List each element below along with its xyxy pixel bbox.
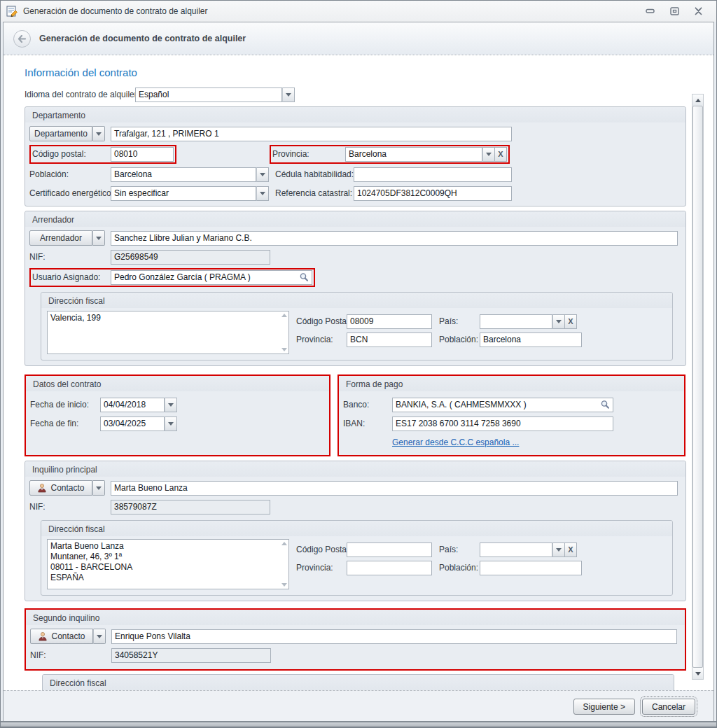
usuario-asignado-lookup[interactable]: Pedro González García ( PRAGMA )	[111, 270, 312, 285]
referencia-input[interactable]: 1024705DF3812C0009QH	[354, 186, 512, 201]
provincia-combo[interactable]: Barcelona X	[345, 147, 507, 162]
siguiente-button[interactable]: Siguiente >	[573, 699, 635, 715]
inquilino-contacto-dropdown[interactable]	[92, 480, 105, 496]
chevron-down-icon	[168, 403, 174, 407]
restore-button[interactable]	[667, 5, 681, 18]
departamento-selector-button[interactable]: Departamento	[29, 126, 105, 141]
poblacion-combo[interactable]: Barcelona	[111, 167, 269, 182]
search-icon[interactable]	[597, 398, 613, 412]
generar-ccc-link[interactable]: Generar desde C.C.C española ...	[392, 438, 519, 447]
pob-input[interactable]: Barcelona	[480, 332, 582, 347]
back-button[interactable]	[13, 30, 31, 48]
scrollbar-up-button[interactable]	[692, 94, 703, 106]
arrendador-selector-button[interactable]: Arrendador	[29, 230, 105, 246]
search-icon[interactable]	[296, 271, 312, 284]
banco-lookup[interactable]: BANKIA, S.A. ( CAHMESMMXXX )	[392, 398, 613, 412]
pais-combo[interactable]: X	[480, 542, 577, 557]
pais-label: País:	[439, 316, 480, 326]
fecha-inicio-dropdown-button[interactable]	[165, 398, 177, 412]
close-button[interactable]	[691, 5, 705, 18]
scroll-up-icon	[281, 542, 287, 545]
language-combo[interactable]: Español	[135, 88, 295, 102]
textarea-scrollbar[interactable]	[279, 312, 288, 354]
cedula-input[interactable]	[354, 167, 512, 182]
provincia-value[interactable]: Barcelona	[345, 147, 482, 162]
fecha-inicio-value[interactable]: 04/04/2018	[100, 398, 165, 412]
provincia-highlight: Provincia: Barcelona X	[270, 145, 510, 164]
inquilino-address-textarea[interactable]: Marta Bueno Lanza Muntaner, 46, 3º 1ª 08…	[47, 539, 289, 589]
banco-label: Banco:	[343, 400, 392, 410]
referencia-label: Referencia catastral:	[275, 188, 354, 198]
pais-clear-button[interactable]: X	[565, 314, 577, 329]
chevron-down-icon	[97, 635, 102, 638]
segundo-contacto-dropdown[interactable]	[93, 629, 106, 644]
inquilino-contacto-button[interactable]: Contacto	[29, 480, 105, 496]
group-inquilino-title: Inquilino principal	[25, 461, 685, 477]
language-value[interactable]: Español	[135, 88, 282, 102]
arrendador-selector-dropdown[interactable]	[92, 230, 105, 246]
departamento-selector-dropdown[interactable]	[92, 126, 105, 141]
segundo-value-field[interactable]: Enrique Pons Vilalta	[111, 629, 677, 644]
fecha-inicio-datepicker[interactable]: 04/04/2018	[100, 398, 177, 412]
pob-label: Población:	[439, 335, 480, 344]
scrollbar-track[interactable]	[692, 106, 703, 668]
cedula-label: Cédula habitabilidad:	[275, 169, 354, 179]
pais-clear-button[interactable]: X	[565, 542, 577, 557]
arrendador-value-field[interactable]: Sanchez Llibre Julian y Mariano C.B.	[111, 231, 678, 246]
cp-input[interactable]: 08009	[347, 314, 432, 329]
vertical-scrollbar[interactable]	[692, 94, 704, 680]
poblacion-value[interactable]: Barcelona	[111, 167, 256, 182]
pais-dropdown-button[interactable]	[552, 314, 565, 329]
pob-label: Población:	[439, 563, 480, 573]
arrendador-nif-input[interactable]: G25698549	[111, 250, 270, 265]
fecha-fin-dropdown-button[interactable]	[165, 416, 177, 431]
contract-payment-row: Datos del contrato Fecha de inicio: 04/0…	[25, 374, 686, 456]
person-icon	[37, 483, 47, 493]
chevron-down-icon	[486, 153, 492, 156]
segundo-direccion-fiscal: Dirección fiscal Trafalgar 121 Código Po…	[42, 674, 674, 690]
pais-value[interactable]	[480, 542, 552, 557]
scrollbar-down-button[interactable]	[692, 668, 703, 679]
dialog-footer: Siguiente > Cancelar	[4, 690, 713, 721]
certificado-value[interactable]: Sin especificar	[111, 186, 256, 201]
provincia-dropdown-button[interactable]	[482, 147, 495, 162]
scrollbar-thumb[interactable]	[692, 106, 703, 668]
scroll-down-icon	[281, 348, 287, 351]
segundo-contacto-button[interactable]: Contacto	[30, 629, 106, 644]
segundo-nif-input[interactable]: 34058521Y	[111, 648, 271, 663]
arrendador-address-textarea[interactable]: Valencia, 199	[47, 311, 289, 354]
window-bottom-frame	[1, 721, 716, 727]
cp-label: Código Postal:	[296, 545, 347, 554]
pais-dropdown-button[interactable]	[552, 542, 565, 557]
iban-input[interactable]: ES17 2038 6700 3114 7258 3690	[392, 416, 613, 431]
chevron-down-icon	[96, 132, 102, 136]
poblacion-dropdown-button[interactable]	[256, 167, 269, 182]
certificado-combo[interactable]: Sin especificar	[111, 186, 269, 201]
language-row: Idioma del contrato de alquiler: Español	[25, 87, 713, 102]
codigo-postal-label: Código postal:	[32, 149, 111, 159]
inquilino-value-field[interactable]: Marta Bueno Lanza	[111, 481, 678, 496]
textarea-scrollbar[interactable]	[279, 540, 288, 589]
cancelar-button[interactable]: Cancelar	[642, 699, 695, 715]
prov-input[interactable]	[347, 561, 432, 575]
chevron-down-icon	[96, 237, 102, 240]
pais-combo[interactable]: X	[480, 314, 577, 329]
pais-value[interactable]	[480, 314, 552, 329]
chevron-down-icon	[286, 93, 291, 97]
certificado-dropdown-button[interactable]	[256, 186, 269, 201]
minimize-button[interactable]	[643, 5, 657, 18]
provincia-clear-button[interactable]: X	[495, 147, 507, 162]
inquilino-nif-label: NIF:	[29, 502, 111, 512]
cp-input[interactable]	[347, 542, 432, 557]
scroll-down-icon	[281, 583, 287, 587]
arrendador-nif-label: NIF:	[29, 252, 111, 262]
fecha-fin-value[interactable]: 03/04/2025	[100, 416, 165, 431]
inquilino-nif-input[interactable]: 38579087Z	[111, 500, 270, 514]
pob-input[interactable]	[480, 561, 582, 575]
fecha-fin-datepicker[interactable]: 03/04/2025	[100, 416, 177, 431]
language-dropdown-button[interactable]	[282, 88, 295, 102]
departamento-value-field[interactable]: Trafalgar, 121 , PRIMERO 1	[111, 127, 512, 141]
prov-input[interactable]: BCN	[347, 332, 432, 347]
codigo-postal-input[interactable]: 08010	[111, 147, 174, 162]
scroll-up-icon	[281, 314, 287, 317]
